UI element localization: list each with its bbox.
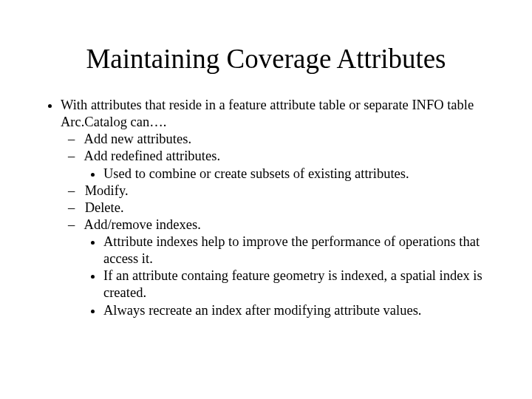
sub-item: Modify. xyxy=(81,183,497,200)
slide: Maintaining Coverage Attributes With att… xyxy=(0,0,532,399)
subsub-item-label: If an attribute containg feature geometr… xyxy=(103,268,482,300)
subsub-list: Attribute indexes help to improve the pe… xyxy=(81,233,497,319)
subsub-item-label: Attribute indexes help to improve the pe… xyxy=(103,234,480,266)
sub-item: Add redefined attributes. Used to combin… xyxy=(81,148,497,182)
subsub-item: Attribute indexes help to improve the pe… xyxy=(103,233,497,267)
sub-list: Add new attributes. Add redefined attrib… xyxy=(61,131,497,318)
sub-item-label: Delete. xyxy=(85,200,124,215)
sub-item-label: Add redefined attributes. xyxy=(84,149,220,163)
bullet-item: With attributes that reside in a feature… xyxy=(61,97,497,319)
subsub-list: Used to combine or create subsets of exi… xyxy=(81,166,497,183)
sub-item-label: Add/remove indexes. xyxy=(84,217,201,232)
sub-item: Add/remove indexes. Attribute indexes he… xyxy=(81,216,497,319)
sub-item: Add new attributes. xyxy=(81,131,497,148)
slide-title: Maintaining Coverage Attributes xyxy=(35,43,497,75)
sub-item-label: Add new attributes. xyxy=(84,132,191,146)
subsub-item-label: Used to combine or create subsets of exi… xyxy=(103,166,409,181)
bullet-list: With attributes that reside in a feature… xyxy=(35,97,497,319)
subsub-item: Used to combine or create subsets of exi… xyxy=(103,166,497,183)
subsub-item: If an attribute containg feature geometr… xyxy=(103,267,497,301)
subsub-item: Always recreate an index after modifying… xyxy=(103,302,497,319)
sub-item-label: Modify. xyxy=(85,183,129,198)
bullet-intro: With attributes that reside in a feature… xyxy=(61,98,474,129)
sub-item: Delete. xyxy=(81,200,497,216)
subsub-item-label: Always recreate an index after modifying… xyxy=(103,303,421,318)
